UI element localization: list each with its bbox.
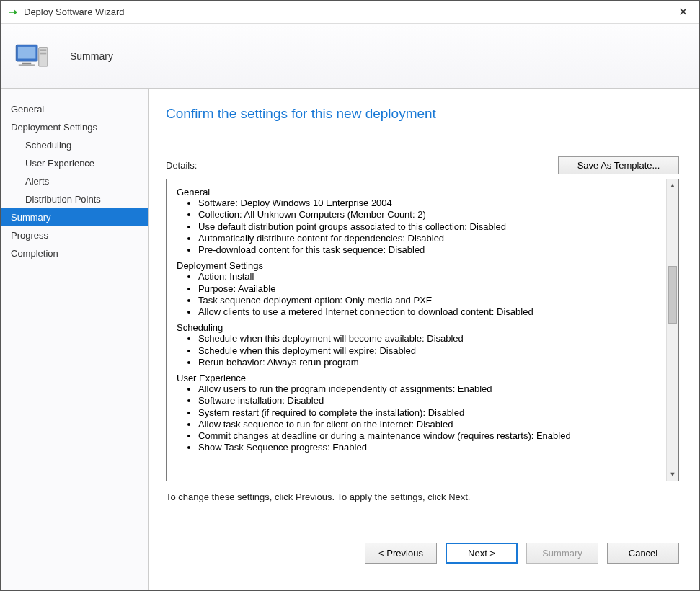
detail-item: Automatically distribute content for dep… [198,233,662,244]
detail-item: Schedule when this deployment will expir… [198,345,662,357]
detail-item: Allow task sequence to run for client on… [198,419,662,430]
svg-rect-1 [18,46,36,58]
detail-item: Schedule when this deployment will becom… [198,333,662,345]
sidebar-item-summary[interactable]: Summary [1,208,148,226]
cancel-button[interactable]: Cancel [607,543,679,564]
section-title: User Experience [177,373,662,383]
details-box: GeneralSoftware: Deploy Windows 10 Enter… [166,179,679,481]
save-as-template-button[interactable]: Save As Template... [558,156,679,174]
sidebar-item-distribution-points[interactable]: Distribution Points [1,190,148,208]
detail-item: Task sequence deployment option: Only me… [198,295,662,306]
wizard-sidebar: GeneralDeployment SettingsSchedulingUser… [1,89,149,591]
detail-item: System restart (if required to complete … [198,407,662,419]
title-bar: Deploy Software Wizard ✕ [1,1,699,24]
section-list: Software: Deploy Windows 10 Enterprise 2… [177,197,662,256]
detail-item: Show Task Sequence progress: Enabled [198,442,662,453]
scroll-down-icon[interactable]: ▼ [667,468,678,481]
hint-text: To change these settings, click Previous… [166,492,679,502]
section-title: Scheduling [177,322,662,333]
detail-item: Allow users to run the program independe… [198,383,662,395]
svg-rect-3 [19,64,35,66]
sidebar-item-alerts[interactable]: Alerts [1,172,148,190]
sidebar-item-user-experience[interactable]: User Experience [1,154,148,172]
main-heading: Confirm the settings for this new deploy… [166,106,679,122]
window-title: Deploy Software Wizard [24,6,673,17]
summary-button[interactable]: Summary [526,543,598,564]
wizard-header: Summary [1,24,699,89]
computer-icon [12,36,53,76]
detail-item: Action: Install [198,271,662,283]
sidebar-item-completion[interactable]: Completion [1,244,148,262]
section-list: Action: InstallPurpose: AvailableTask se… [177,271,662,318]
details-label: Details: [166,160,197,171]
sidebar-item-scheduling[interactable]: Scheduling [1,136,148,154]
svg-rect-6 [40,52,47,54]
arrow-right-icon [6,6,19,19]
detail-item: Commit changes at deadline or during a m… [198,430,662,442]
wizard-main: Confirm the settings for this new deploy… [149,89,699,591]
sidebar-item-general[interactable]: General [1,100,148,118]
details-content: GeneralSoftware: Deploy Windows 10 Enter… [167,179,666,481]
scroll-up-icon[interactable]: ▲ [667,179,678,192]
sidebar-item-deployment-settings[interactable]: Deployment Settings [1,118,148,136]
section-list: Schedule when this deployment will becom… [177,333,662,368]
section-list: Allow users to run the program independe… [177,383,662,454]
section-title: Deployment Settings [177,260,662,271]
detail-item: Allow clients to use a metered Internet … [198,306,662,318]
detail-item: Pre-download content for this task seque… [198,244,662,256]
detail-item: Software installation: Disabled [198,395,662,406]
close-button[interactable]: ✕ [673,5,694,19]
svg-rect-2 [22,62,31,64]
details-scrollbar[interactable]: ▲ ▼ [666,179,678,481]
detail-item: Purpose: Available [198,283,662,295]
page-title: Summary [70,50,113,62]
scroll-thumb[interactable] [668,266,677,324]
previous-button[interactable]: < Previous [365,543,437,564]
detail-item: Rerun behavior: Always rerun program [198,357,662,368]
sidebar-item-progress[interactable]: Progress [1,226,148,244]
detail-item: Software: Deploy Windows 10 Enterprise 2… [198,197,662,209]
detail-item: Collection: All Unknown Computers (Membe… [198,209,662,221]
svg-rect-5 [40,49,47,51]
wizard-footer: < Previous Next > Summary Cancel [166,543,679,564]
next-button[interactable]: Next > [446,543,518,564]
section-title: General [177,187,662,197]
detail-item: Use default distribution point groups as… [198,221,662,233]
